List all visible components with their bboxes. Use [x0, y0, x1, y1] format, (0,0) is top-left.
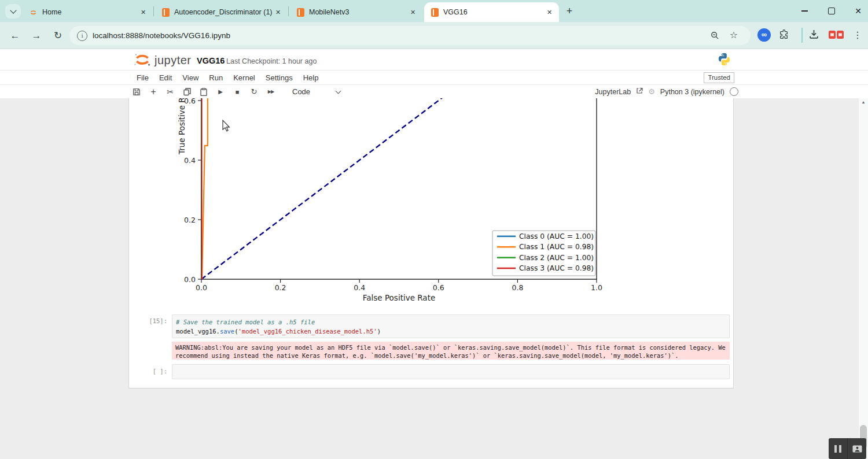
menu-settings[interactable]: Settings	[266, 73, 293, 82]
save-button[interactable]	[132, 87, 141, 97]
screen: Home ✕ Autoencoder_Discriminator (1) ✕ M…	[0, 0, 868, 459]
svg-text:0.2: 0.2	[184, 216, 196, 224]
copy-cell-button[interactable]	[182, 87, 192, 97]
notebook-title[interactable]: VGG16	[197, 56, 225, 65]
svg-text:0.6: 0.6	[433, 283, 444, 292]
menu-kernel[interactable]: Kernel	[233, 73, 255, 82]
svg-text:1.0: 1.0	[591, 283, 602, 292]
jupyter-header: jupyter VGG16 Last Checkpoint: 1 hour ag…	[0, 49, 868, 98]
mouse-cursor	[223, 120, 229, 131]
extension-blue-icon[interactable]: ∞	[757, 28, 771, 42]
kernel-name[interactable]: Python 3 (ipykernel)	[660, 88, 724, 96]
back-button[interactable]: ←	[7, 28, 23, 44]
cell-input-prompt: [ ]:	[129, 368, 167, 375]
pause-icon	[839, 445, 841, 453]
picture-person-icon	[852, 445, 862, 453]
tab-search-button[interactable]	[5, 4, 21, 18]
trusted-badge[interactable]: Trusted	[704, 72, 734, 83]
window-maximize-button[interactable]	[819, 0, 844, 22]
restart-run-all-button[interactable]: ▶▶	[266, 87, 275, 97]
zoom-out-icon[interactable]	[711, 31, 719, 42]
tab-separator	[288, 6, 289, 16]
cut-cell-button[interactable]: ✂	[165, 87, 175, 97]
tab-title: VGG16	[443, 8, 545, 16]
forward-button[interactable]: →	[28, 28, 45, 44]
svg-text:0.8: 0.8	[512, 283, 523, 292]
jupyter-ring-icon	[29, 8, 38, 17]
jupyter-logo	[133, 52, 152, 70]
notebook-scroll-area: 0.00.20.40.60.81.00.00.20.40.6False Posi…	[0, 98, 868, 459]
menu-view[interactable]: View	[182, 73, 198, 82]
menu-run[interactable]: Run	[209, 73, 223, 82]
pause-button[interactable]	[829, 438, 847, 459]
recorder-overlay	[829, 438, 866, 459]
cell-type-dropdown[interactable]: Code	[292, 87, 310, 96]
jupyterlab-link[interactable]: JupyterLab	[595, 88, 631, 96]
address-bar[interactable]: i localhost:8888/notebooks/VGG16.ipynb ☆	[69, 26, 751, 45]
chevron-down-icon	[10, 7, 16, 13]
tab-close-icon[interactable]: ✕	[138, 8, 148, 17]
svg-text:Class 1 (AUC = 0.98): Class 1 (AUC = 0.98)	[519, 243, 594, 251]
page-scrollbar[interactable]: ▲	[859, 98, 868, 459]
tab-home[interactable]: Home ✕	[22, 2, 153, 22]
restart-kernel-button[interactable]: ↻	[249, 87, 259, 97]
menu-edit[interactable]: Edit	[159, 73, 172, 82]
tab-separator	[153, 6, 154, 16]
scrollbar-up-arrow[interactable]: ▲	[859, 100, 868, 104]
tab-title: MobileNetv3	[309, 8, 408, 16]
svg-text:0.4: 0.4	[354, 283, 365, 292]
window-minimize-button[interactable]	[792, 0, 817, 22]
paste-cell-button[interactable]	[199, 87, 208, 97]
tab-close-icon[interactable]: ✕	[408, 8, 418, 17]
empty-code-cell-input[interactable]	[172, 364, 730, 379]
tab-vgg16-active[interactable]: VGG16 ✕	[424, 2, 559, 22]
menu-bar: File Edit View Run Kernel Settings Help	[0, 71, 868, 84]
toolbar-divider	[801, 28, 803, 43]
new-tab-button[interactable]: +	[562, 5, 576, 18]
code-line: model_vgg16.save('model_vgg16_chicken_di…	[176, 327, 729, 336]
dropdown-chevron-icon[interactable]	[336, 88, 341, 94]
window-close-button[interactable]: ✕	[845, 0, 868, 22]
webcam-toggle-button[interactable]	[847, 438, 866, 459]
browser-tab-bar: Home ✕ Autoencoder_Discriminator (1) ✕ M…	[0, 0, 868, 22]
cell-input-prompt: [15]:	[129, 317, 167, 324]
tab-title: Home	[42, 8, 138, 16]
reload-button[interactable]: ↻	[50, 28, 66, 44]
tab-close-icon[interactable]: ✕	[273, 8, 283, 17]
browser-menu-kebab-icon[interactable]: ⋮	[852, 28, 863, 43]
tab-close-icon[interactable]: ✕	[545, 8, 554, 17]
bookmark-star-icon[interactable]: ☆	[730, 30, 738, 40]
svg-text:Class 2 (AUC = 1.00): Class 2 (AUC = 1.00)	[519, 254, 594, 262]
jupyter-menu-row: File Edit View Run Kernel Settings Help …	[0, 71, 868, 85]
notebook-file-icon	[162, 8, 170, 17]
menu-file[interactable]: File	[137, 73, 149, 82]
menu-help[interactable]: Help	[303, 73, 319, 82]
run-cell-button[interactable]: ▶	[216, 87, 225, 97]
tab-autoencoder[interactable]: Autoencoder_Discriminator (1) ✕	[155, 2, 288, 22]
code-line: # Save the trained model as a .h5 file	[176, 318, 729, 327]
jupyter-toolbar-row: + ✂ ▶ ■ ↻ ▶▶ Code	[0, 85, 868, 99]
minimize-icon	[801, 10, 808, 12]
kernel-status-icon[interactable]	[730, 87, 738, 96]
add-cell-button[interactable]: +	[149, 87, 158, 97]
downloads-icon[interactable]	[809, 29, 819, 42]
stderr-output: WARNING:absl:You are saving your model a…	[172, 342, 730, 360]
checkpoint-status: Last Checkpoint: 1 hour ago	[226, 57, 317, 65]
external-link-icon[interactable]	[636, 87, 643, 96]
extensions-puzzle-icon[interactable]	[779, 29, 789, 42]
svg-text:0.4: 0.4	[184, 156, 196, 165]
site-info-icon[interactable]: i	[77, 31, 87, 41]
roc-curve-plot: 0.00.20.40.60.81.00.00.20.40.6False Posi…	[129, 98, 734, 309]
notebook-file-icon	[431, 8, 439, 17]
jupyter-title-row: jupyter VGG16 Last Checkpoint: 1 hour ag…	[0, 49, 868, 71]
tab-mobilenetv3[interactable]: MobileNetv3 ✕	[290, 2, 422, 22]
interrupt-kernel-button[interactable]: ■	[233, 87, 242, 97]
svg-text:Class 0 (AUC = 1.00): Class 0 (AUC = 1.00)	[519, 232, 594, 240]
code-cell-input[interactable]: # Save the trained model as a .h5 file m…	[172, 314, 730, 338]
svg-text:0.0: 0.0	[196, 283, 207, 292]
svg-text:0.0: 0.0	[184, 275, 196, 284]
extension-red-icon[interactable]	[829, 31, 844, 42]
gear-icon[interactable]: ⚙	[648, 87, 655, 96]
browser-toolbar: ← → ↻ i localhost:8888/notebooks/VGG16.i…	[0, 22, 868, 49]
python-logo-icon	[718, 53, 731, 68]
